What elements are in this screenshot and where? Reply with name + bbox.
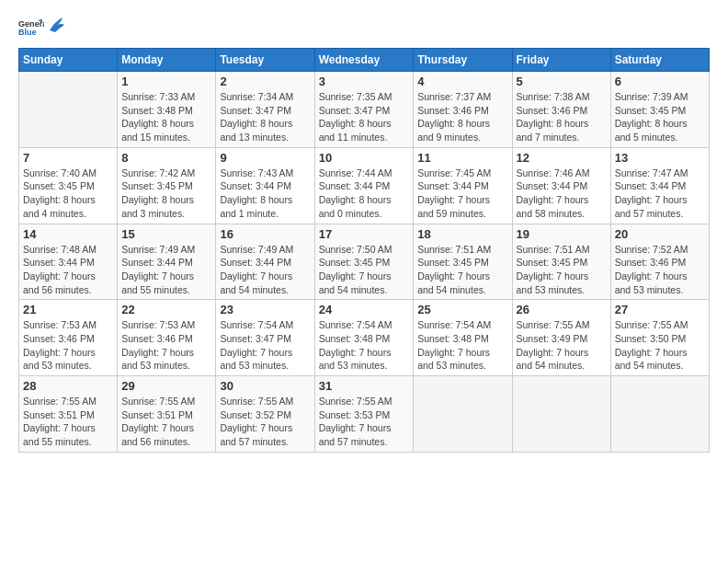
day-number: 27 bbox=[615, 303, 705, 316]
day-detail: Sunrise: 7:54 AM Sunset: 3:47 PM Dayligh… bbox=[220, 318, 310, 373]
day-number: 25 bbox=[417, 303, 507, 316]
calendar-cell: 3Sunrise: 7:35 AM Sunset: 3:47 PM Daylig… bbox=[314, 72, 414, 148]
day-number: 6 bbox=[615, 75, 705, 88]
calendar-cell: 2Sunrise: 7:34 AM Sunset: 3:47 PM Daylig… bbox=[216, 72, 314, 148]
day-detail: Sunrise: 7:40 AM Sunset: 3:45 PM Dayligh… bbox=[23, 167, 113, 221]
day-detail: Sunrise: 7:54 AM Sunset: 3:48 PM Dayligh… bbox=[417, 318, 507, 373]
calendar-cell: 7Sunrise: 7:40 AM Sunset: 3:45 PM Daylig… bbox=[19, 147, 118, 224]
calendar-cell bbox=[610, 376, 709, 453]
day-detail: Sunrise: 7:49 AM Sunset: 3:44 PM Dayligh… bbox=[220, 243, 310, 297]
calendar-cell: 18Sunrise: 7:51 AM Sunset: 3:45 PM Dayli… bbox=[414, 224, 512, 300]
calendar-cell: 20Sunrise: 7:52 AM Sunset: 3:46 PM Dayli… bbox=[610, 224, 709, 300]
day-detail: Sunrise: 7:45 AM Sunset: 3:44 PM Dayligh… bbox=[417, 167, 507, 221]
svg-text:Blue: Blue bbox=[18, 28, 37, 37]
day-number: 15 bbox=[121, 227, 211, 241]
day-detail: Sunrise: 7:42 AM Sunset: 3:45 PM Dayligh… bbox=[121, 167, 211, 221]
calendar-cell: 17Sunrise: 7:50 AM Sunset: 3:45 PM Dayli… bbox=[314, 224, 414, 300]
page: General Blue SundayMondayTuesdayWednesda… bbox=[0, 0, 728, 462]
day-number: 10 bbox=[319, 151, 410, 165]
calendar-cell: 25Sunrise: 7:54 AM Sunset: 3:48 PM Dayli… bbox=[414, 300, 512, 376]
day-number: 5 bbox=[517, 75, 607, 88]
day-number: 11 bbox=[417, 151, 507, 165]
day-detail: Sunrise: 7:49 AM Sunset: 3:44 PM Dayligh… bbox=[121, 243, 211, 297]
calendar-cell: 16Sunrise: 7:49 AM Sunset: 3:44 PM Dayli… bbox=[216, 224, 314, 300]
calendar-cell: 31Sunrise: 7:55 AM Sunset: 3:53 PM Dayli… bbox=[314, 376, 414, 453]
day-detail: Sunrise: 7:55 AM Sunset: 3:51 PM Dayligh… bbox=[23, 395, 113, 449]
calendar-cell: 24Sunrise: 7:54 AM Sunset: 3:48 PM Dayli… bbox=[314, 300, 414, 376]
calendar-cell bbox=[512, 376, 610, 453]
day-number: 20 bbox=[615, 227, 705, 241]
day-number: 3 bbox=[319, 75, 410, 88]
day-detail: Sunrise: 7:55 AM Sunset: 3:51 PM Dayligh… bbox=[121, 395, 211, 449]
calendar-cell: 6Sunrise: 7:39 AM Sunset: 3:45 PM Daylig… bbox=[610, 72, 709, 148]
day-number: 4 bbox=[417, 75, 507, 88]
calendar-cell: 5Sunrise: 7:38 AM Sunset: 3:46 PM Daylig… bbox=[512, 72, 610, 148]
day-detail: Sunrise: 7:55 AM Sunset: 3:53 PM Dayligh… bbox=[319, 395, 410, 449]
day-detail: Sunrise: 7:37 AM Sunset: 3:46 PM Dayligh… bbox=[417, 90, 507, 144]
calendar-cell: 15Sunrise: 7:49 AM Sunset: 3:44 PM Dayli… bbox=[118, 224, 216, 300]
calendar-header-friday: Friday bbox=[512, 49, 610, 72]
day-number: 2 bbox=[220, 75, 310, 88]
day-detail: Sunrise: 7:44 AM Sunset: 3:44 PM Dayligh… bbox=[319, 167, 410, 221]
calendar-header-sunday: Sunday bbox=[19, 49, 118, 72]
calendar-cell: 30Sunrise: 7:55 AM Sunset: 3:52 PM Dayli… bbox=[216, 376, 314, 453]
day-detail: Sunrise: 7:53 AM Sunset: 3:46 PM Dayligh… bbox=[121, 318, 211, 373]
day-number: 13 bbox=[615, 151, 705, 165]
day-detail: Sunrise: 7:53 AM Sunset: 3:46 PM Dayligh… bbox=[23, 318, 113, 373]
day-number: 29 bbox=[121, 379, 211, 393]
day-detail: Sunrise: 7:43 AM Sunset: 3:44 PM Dayligh… bbox=[220, 167, 310, 221]
calendar-cell: 12Sunrise: 7:46 AM Sunset: 3:44 PM Dayli… bbox=[512, 147, 610, 224]
day-detail: Sunrise: 7:33 AM Sunset: 3:48 PM Dayligh… bbox=[121, 90, 211, 144]
calendar-week-row: 28Sunrise: 7:55 AM Sunset: 3:51 PM Dayli… bbox=[19, 376, 710, 453]
calendar-cell: 28Sunrise: 7:55 AM Sunset: 3:51 PM Dayli… bbox=[19, 376, 118, 453]
day-number: 28 bbox=[23, 379, 113, 393]
calendar-header-tuesday: Tuesday bbox=[216, 49, 314, 72]
day-number: 8 bbox=[121, 151, 211, 165]
day-number: 26 bbox=[517, 303, 607, 316]
calendar-cell: 22Sunrise: 7:53 AM Sunset: 3:46 PM Dayli… bbox=[118, 300, 216, 376]
calendar-cell: 4Sunrise: 7:37 AM Sunset: 3:46 PM Daylig… bbox=[414, 72, 512, 148]
day-detail: Sunrise: 7:55 AM Sunset: 3:52 PM Dayligh… bbox=[220, 395, 310, 449]
logo-bird-icon bbox=[48, 14, 64, 34]
day-detail: Sunrise: 7:51 AM Sunset: 3:45 PM Dayligh… bbox=[517, 243, 607, 297]
calendar-cell: 11Sunrise: 7:45 AM Sunset: 3:44 PM Dayli… bbox=[414, 147, 512, 224]
calendar-header-thursday: Thursday bbox=[414, 49, 512, 72]
day-detail: Sunrise: 7:39 AM Sunset: 3:45 PM Dayligh… bbox=[615, 90, 705, 144]
calendar-cell: 29Sunrise: 7:55 AM Sunset: 3:51 PM Dayli… bbox=[118, 376, 216, 453]
calendar-week-row: 1Sunrise: 7:33 AM Sunset: 3:48 PM Daylig… bbox=[19, 72, 710, 148]
day-detail: Sunrise: 7:50 AM Sunset: 3:45 PM Dayligh… bbox=[319, 243, 410, 297]
day-detail: Sunrise: 7:35 AM Sunset: 3:47 PM Dayligh… bbox=[319, 90, 410, 144]
day-number: 9 bbox=[220, 151, 310, 165]
calendar-cell: 21Sunrise: 7:53 AM Sunset: 3:46 PM Dayli… bbox=[19, 300, 118, 376]
day-number: 14 bbox=[23, 227, 113, 241]
day-number: 21 bbox=[23, 303, 113, 316]
calendar-cell: 8Sunrise: 7:42 AM Sunset: 3:45 PM Daylig… bbox=[118, 147, 216, 224]
calendar-header-wednesday: Wednesday bbox=[314, 49, 414, 72]
day-number: 12 bbox=[517, 151, 607, 165]
calendar-header-monday: Monday bbox=[118, 49, 216, 72]
day-number: 24 bbox=[319, 303, 410, 316]
calendar-cell bbox=[19, 72, 118, 148]
calendar-cell: 10Sunrise: 7:44 AM Sunset: 3:44 PM Dayli… bbox=[314, 147, 414, 224]
calendar-cell bbox=[414, 376, 512, 453]
logo-icon: General Blue bbox=[18, 15, 44, 40]
calendar-cell: 14Sunrise: 7:48 AM Sunset: 3:44 PM Dayli… bbox=[19, 224, 118, 300]
calendar-cell: 26Sunrise: 7:55 AM Sunset: 3:49 PM Dayli… bbox=[512, 300, 610, 376]
day-detail: Sunrise: 7:34 AM Sunset: 3:47 PM Dayligh… bbox=[220, 90, 310, 144]
calendar-week-row: 21Sunrise: 7:53 AM Sunset: 3:46 PM Dayli… bbox=[19, 300, 710, 376]
calendar-week-row: 14Sunrise: 7:48 AM Sunset: 3:44 PM Dayli… bbox=[19, 224, 710, 300]
day-detail: Sunrise: 7:38 AM Sunset: 3:46 PM Dayligh… bbox=[517, 90, 607, 144]
calendar-header-row: SundayMondayTuesdayWednesdayThursdayFrid… bbox=[19, 49, 710, 72]
logo: General Blue bbox=[18, 15, 64, 40]
day-detail: Sunrise: 7:48 AM Sunset: 3:44 PM Dayligh… bbox=[23, 243, 113, 297]
day-number: 16 bbox=[220, 227, 310, 241]
header: General Blue bbox=[18, 15, 710, 40]
day-number: 17 bbox=[319, 227, 410, 241]
calendar-cell: 1Sunrise: 7:33 AM Sunset: 3:48 PM Daylig… bbox=[118, 72, 216, 148]
calendar-cell: 27Sunrise: 7:55 AM Sunset: 3:50 PM Dayli… bbox=[610, 300, 709, 376]
day-number: 31 bbox=[319, 379, 410, 393]
calendar-cell: 19Sunrise: 7:51 AM Sunset: 3:45 PM Dayli… bbox=[512, 224, 610, 300]
calendar-week-row: 7Sunrise: 7:40 AM Sunset: 3:45 PM Daylig… bbox=[19, 147, 710, 224]
calendar-cell: 9Sunrise: 7:43 AM Sunset: 3:44 PM Daylig… bbox=[216, 147, 314, 224]
day-number: 22 bbox=[121, 303, 211, 316]
